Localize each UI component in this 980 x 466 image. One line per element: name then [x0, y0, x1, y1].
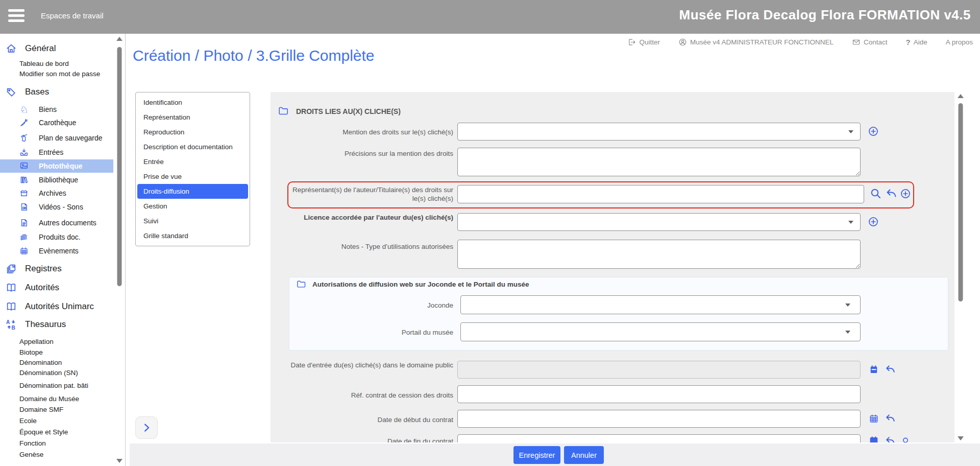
question-mark-icon: ?: [906, 38, 911, 46]
sidebar-item-archives[interactable]: Archives: [0, 187, 113, 199]
tab-description-et-documentation[interactable]: Description et documentation: [137, 139, 248, 154]
sidebar-item-general[interactable]: Général: [0, 42, 113, 55]
save-button[interactable]: Enregistrer: [513, 446, 560, 464]
sidebar-item-biens[interactable]: ♘ Biens: [0, 103, 113, 115]
scroll-up-arrow-icon[interactable]: [958, 94, 964, 98]
contact-link[interactable]: Contact: [852, 38, 888, 46]
portail-musee-select[interactable]: [460, 322, 861, 341]
field-label-ref-contrat: Réf. contrat de cession des droits: [281, 391, 453, 400]
undo-icon[interactable]: [885, 435, 896, 442]
document-icon: [19, 218, 29, 227]
svg-text:B: B: [11, 325, 15, 330]
sidebar-item-bases[interactable]: Bases: [0, 85, 113, 99]
sidebar-scrollbar[interactable]: [113, 34, 126, 466]
tab-representation[interactable]: Représentation: [137, 110, 248, 125]
quit-link[interactable]: Quitter: [627, 38, 660, 46]
field-label-date-fin: Date de fin du contrat: [281, 437, 453, 442]
calendar-icon[interactable]: [869, 435, 879, 442]
sidebar-item-biotope[interactable]: Biotope: [0, 348, 113, 357]
sidebar-item-phototheque[interactable]: Photothèque: [0, 159, 113, 173]
calendar-icon[interactable]: [869, 413, 879, 424]
field-label-portail: Portail du musée: [281, 328, 453, 337]
sidebar-item-videos-sons[interactable]: Vidéos - Sons: [0, 201, 113, 213]
inbox-download-icon: [19, 148, 29, 157]
sidebar-item-evenements[interactable]: Evènements: [0, 245, 113, 257]
sidebar-item-ecole[interactable]: Ecole: [0, 416, 113, 426]
mail-icon: [852, 38, 861, 46]
sidebar-item-carotheque[interactable]: Carothèque: [0, 116, 113, 129]
sidebar-item-autorites-unimarc[interactable]: Autorités Unimarc: [0, 300, 113, 313]
tab-suivi[interactable]: Suivi: [137, 214, 248, 228]
ref-contrat-input[interactable]: [457, 385, 861, 403]
tab-gestion[interactable]: Gestion: [137, 199, 248, 214]
svg-text:A: A: [6, 319, 10, 325]
tab-reproduction[interactable]: Reproduction: [137, 125, 248, 139]
notes-textarea[interactable]: [457, 240, 861, 269]
home-icon: [6, 43, 17, 54]
sidebar-item-appellation[interactable]: Appellation: [0, 337, 113, 346]
about-link[interactable]: A propos: [946, 38, 973, 46]
representant-input[interactable]: [457, 185, 864, 203]
sidebar-item-fonction[interactable]: Fonction: [0, 439, 113, 448]
undo-icon[interactable]: [886, 188, 898, 200]
seal-icon[interactable]: [900, 436, 911, 442]
tab-entree[interactable]: Entrée: [137, 154, 248, 169]
sidebar-item-tableau-de-bord[interactable]: Tableau de bord: [0, 59, 113, 68]
add-icon[interactable]: [868, 216, 879, 227]
sidebar-item-denomination-sn[interactable]: Dénomination (SN): [0, 368, 113, 378]
field-label-representant: Représentant(s) de l'auteur/Titulaire(s)…: [281, 185, 453, 203]
sidebar-item-thesaurus[interactable]: AB Thesaurus: [0, 318, 113, 331]
form-panel-scrollbar[interactable]: [957, 92, 965, 442]
sidebar-item-denomination[interactable]: Dénomination: [0, 358, 113, 367]
undo-icon[interactable]: [885, 413, 896, 424]
workspace-label[interactable]: Espaces de travail: [41, 11, 104, 20]
add-icon[interactable]: [868, 126, 879, 137]
copies-icon: [6, 263, 17, 274]
sidebar-item-entrees[interactable]: Entrées: [0, 146, 113, 158]
sidebar-item-produits-doc[interactable]: Produits doc.: [0, 231, 113, 243]
sidebar-item-modifier-mot-de-passe[interactable]: Modifier son mot de passe: [0, 69, 113, 79]
image-icon: [19, 161, 29, 170]
mention-droits-select[interactable]: [457, 123, 861, 141]
date-fin-input[interactable]: [457, 434, 861, 442]
current-user[interactable]: Musée v4 ADMINISTRATEUR FONCTIONNEL: [678, 38, 834, 46]
translate-ab-icon: AB: [6, 319, 17, 330]
tab-prise-de-vue[interactable]: Prise de vue: [137, 169, 248, 184]
sidebar-item-registres[interactable]: Registres: [0, 262, 113, 275]
tab-identification[interactable]: Identification: [137, 95, 248, 110]
sidebar-item-autres-documents[interactable]: Autres documents: [0, 217, 113, 229]
licence-select[interactable]: [457, 213, 861, 231]
tab-grille-standard[interactable]: Grille standard: [137, 228, 248, 243]
joconde-select[interactable]: [460, 295, 861, 314]
calendar-icon[interactable]: [869, 364, 879, 375]
precisions-textarea[interactable]: [457, 148, 861, 176]
top-bar: Espaces de travail Musée Flora Decalog F…: [0, 0, 980, 34]
date-debut-input[interactable]: [457, 410, 861, 428]
calendar-icon: [19, 246, 29, 255]
sidebar-item-bibliotheque[interactable]: Bibliothèque: [0, 174, 113, 186]
add-icon[interactable]: [900, 188, 911, 199]
sidebar-item-epoque-et-style[interactable]: Époque et Style: [0, 428, 113, 437]
collapse-panel-button[interactable]: [135, 416, 158, 439]
sidebar-item-plan-de-sauvegarde[interactable]: Plan de sauvegarde: [0, 132, 113, 144]
sidebar-item-domaine-smf[interactable]: Domaine SMF: [0, 405, 113, 414]
undo-icon[interactable]: [885, 364, 896, 375]
scroll-up-arrow-icon[interactable]: [116, 37, 122, 41]
hamburger-menu-icon[interactable]: [8, 9, 26, 24]
sidebar-item-genese[interactable]: Genèse: [0, 450, 113, 459]
sidebar-scrollbar-thumb[interactable]: [117, 47, 121, 286]
sidebar: Général Tableau de bord Modifier son mot…: [0, 34, 113, 466]
form-panel-scrollbar-thumb[interactable]: [959, 103, 963, 301]
tag-icon: [6, 86, 17, 98]
cancel-button[interactable]: Annuler: [564, 446, 604, 464]
subsection-title: Autorisations de diffusion web sur Jocon…: [312, 281, 529, 288]
tab-droits-diffusion[interactable]: Droits-diffusion: [137, 184, 248, 199]
droits-diffusion-form-panel: DROITS LIES AU(X) CLICHE(S) Mention des …: [271, 92, 954, 442]
search-icon[interactable]: [870, 188, 882, 200]
sidebar-item-autorites[interactable]: Autorités: [0, 281, 113, 294]
help-link[interactable]: ? Aide: [906, 38, 927, 46]
scroll-down-arrow-icon[interactable]: [116, 459, 122, 463]
sidebar-item-domaine-du-musee[interactable]: Domaine du Musée: [0, 394, 113, 404]
scroll-down-arrow-icon[interactable]: [958, 436, 964, 440]
sidebar-item-denomination-pat-bati[interactable]: Dénomination pat. bâti: [0, 381, 113, 390]
